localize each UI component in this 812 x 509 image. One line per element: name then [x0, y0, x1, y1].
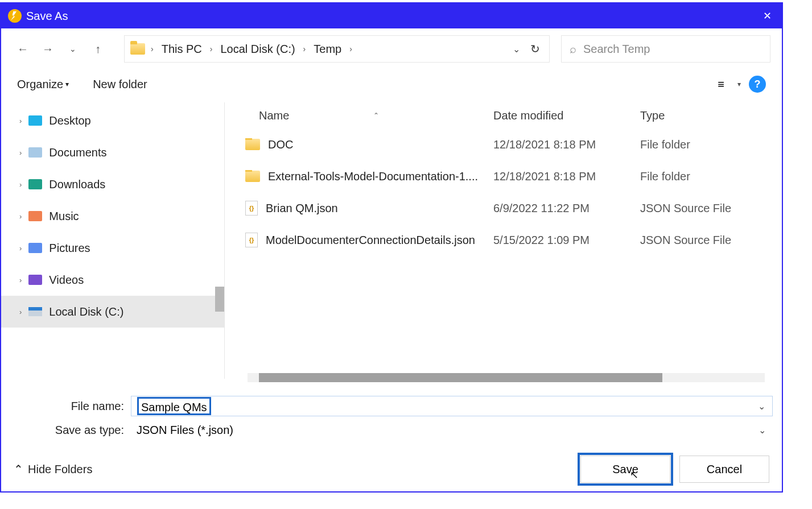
forward-button[interactable]: →: [38, 39, 58, 59]
file-row[interactable]: {}Brian QM.json 6/9/2022 11:22 PM JSON S…: [237, 192, 782, 224]
chevron-right-icon: ›: [19, 212, 22, 221]
column-date[interactable]: Date modified: [493, 109, 640, 122]
horizontal-scrollbar[interactable]: [248, 373, 765, 382]
navigation-pane: › Desktop › Documents › Downloads › Musi…: [1, 99, 224, 382]
sidebar-item-pictures[interactable]: › Pictures: [1, 232, 224, 264]
search-icon: ⌕: [570, 43, 576, 56]
view-options-button[interactable]: ≡: [712, 78, 729, 91]
recent-locations-button[interactable]: ⌄: [63, 39, 83, 59]
save-type-value: JSON Files (*.json): [137, 424, 233, 437]
file-type: File folder: [640, 138, 782, 151]
organize-label: Organize: [17, 78, 63, 91]
file-type: JSON Source File: [640, 234, 782, 247]
breadcrumb-segment[interactable]: This PC: [159, 43, 204, 56]
chevron-right-icon: ›: [19, 244, 22, 253]
file-name-input[interactable]: Sample QMs: [131, 396, 773, 416]
downloads-icon: [28, 179, 42, 189]
save-fields: File name: Sample QMs Save as type: JSON…: [1, 382, 782, 447]
file-row[interactable]: {}ModelDocumenterConnectionDetails.json …: [237, 224, 782, 256]
file-name: External-Tools-Model-Documentation-1....: [268, 170, 478, 183]
refresh-icon[interactable]: ↻: [530, 42, 540, 56]
save-type-select[interactable]: JSON Files (*.json): [131, 420, 773, 440]
hide-folders-button[interactable]: ⌃ Hide Folders: [14, 462, 92, 476]
sidebar-item-documents[interactable]: › Documents: [1, 136, 224, 168]
chevron-right-icon: ›: [19, 276, 22, 284]
sidebar-item-label: Music: [49, 210, 79, 223]
sidebar-item-videos[interactable]: › Videos: [1, 264, 224, 296]
scrollbar-thumb[interactable]: [259, 373, 662, 382]
file-type: JSON Source File: [640, 202, 782, 215]
help-icon[interactable]: ?: [749, 76, 766, 93]
close-icon[interactable]: ✕: [752, 3, 782, 28]
file-row[interactable]: DOC 12/18/2021 8:18 PM File folder: [237, 129, 782, 160]
sidebar-item-label: Videos: [49, 274, 84, 287]
chevron-right-icon: ›: [149, 44, 156, 53]
cancel-button-label: Cancel: [707, 463, 742, 476]
column-type[interactable]: Type: [640, 109, 782, 122]
desktop-icon: [28, 115, 42, 126]
file-date: 12/18/2021 8:18 PM: [493, 170, 640, 183]
sidebar-item-downloads[interactable]: › Downloads: [1, 168, 224, 200]
hide-folders-label: Hide Folders: [28, 463, 92, 476]
new-folder-label: New folder: [93, 78, 147, 91]
organize-button[interactable]: Organize ▾: [17, 78, 69, 91]
json-file-icon: {}: [245, 233, 258, 247]
documents-icon: [28, 147, 42, 158]
chevron-right-icon: ›: [208, 44, 215, 53]
chevron-right-icon: ›: [19, 308, 22, 316]
column-name[interactable]: Name ⌃: [237, 109, 493, 122]
json-file-icon: {}: [245, 201, 258, 216]
search-input[interactable]: ⌕ Search Temp: [561, 35, 770, 63]
save-as-dialog: Save As ✕ ← → ⌄ ↑ › This PC › Local Disk…: [0, 2, 783, 493]
folder-icon: [130, 43, 145, 55]
window-title: Save As: [26, 10, 68, 23]
sidebar-item-label: Pictures: [49, 242, 90, 255]
dialog-footer: ⌃ Hide Folders Save ↖ Cancel: [1, 447, 782, 491]
chevron-down-icon: ▾: [65, 80, 69, 88]
cancel-button[interactable]: Cancel: [679, 456, 769, 483]
sidebar-item-local-disk[interactable]: › Local Disk (C:): [1, 296, 224, 328]
file-name-label: File name:: [10, 400, 131, 413]
address-bar[interactable]: › This PC › Local Disk (C:) › Temp › ⌄ ↻: [124, 35, 550, 63]
sidebar-item-music[interactable]: › Music: [1, 200, 224, 232]
file-type: File folder: [640, 170, 782, 183]
up-button[interactable]: ↑: [88, 39, 108, 59]
file-name: ModelDocumenterConnectionDetails.json: [266, 234, 475, 247]
new-folder-button[interactable]: New folder: [93, 78, 147, 91]
chevron-right-icon: ›: [19, 180, 22, 189]
file-date: 5/15/2022 1:09 PM: [493, 234, 640, 247]
chevron-down-icon: ▾: [737, 80, 741, 88]
sidebar-item-label: Desktop: [49, 114, 90, 127]
music-icon: [28, 211, 42, 221]
folder-icon: [245, 139, 260, 150]
chevron-right-icon: ›: [19, 148, 22, 157]
cursor-icon: ↖: [630, 469, 638, 481]
sidebar-scrollbar[interactable]: [215, 287, 224, 312]
column-headers: Name ⌃ Date modified Type: [237, 102, 782, 129]
videos-icon: [28, 275, 42, 285]
breadcrumb-segment[interactable]: Local Disk (C:): [218, 43, 297, 56]
chevron-up-icon: ⌃: [14, 462, 23, 476]
file-list-pane: Name ⌃ Date modified Type DOC 12/18/2021…: [225, 99, 782, 382]
sidebar-item-desktop[interactable]: › Desktop: [1, 105, 224, 136]
sort-ascending-icon: ⌃: [373, 111, 379, 119]
address-dropdown-icon[interactable]: ⌄: [513, 44, 520, 55]
save-button[interactable]: Save ↖: [580, 456, 670, 483]
main-area: › Desktop › Documents › Downloads › Musi…: [1, 99, 782, 382]
file-date: 12/18/2021 8:18 PM: [493, 138, 640, 151]
chevron-right-icon: ›: [301, 44, 308, 53]
back-button[interactable]: ←: [13, 39, 33, 59]
chevron-right-icon: ›: [347, 44, 355, 53]
app-icon: [8, 9, 22, 23]
pictures-icon: [28, 243, 42, 253]
sidebar-item-label: Documents: [49, 146, 106, 159]
sidebar-item-label: Downloads: [49, 178, 105, 191]
breadcrumb-segment[interactable]: Temp: [311, 43, 344, 56]
highlight-box: [578, 453, 673, 486]
file-name: DOC: [268, 138, 293, 151]
file-row[interactable]: External-Tools-Model-Documentation-1....…: [237, 160, 782, 192]
drive-icon: [28, 307, 42, 316]
title-bar: Save As ✕: [1, 3, 782, 28]
save-type-label: Save as type:: [10, 424, 131, 437]
file-date: 6/9/2022 11:22 PM: [493, 202, 640, 215]
